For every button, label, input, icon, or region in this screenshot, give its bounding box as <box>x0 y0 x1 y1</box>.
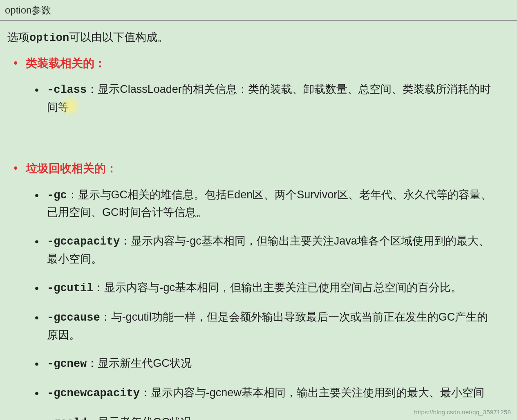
option-name: -class <box>47 84 87 96</box>
intro-line: 选项option可以由以下值构成。 <box>7 29 510 47</box>
document-body: 选项option可以由以下值构成。 类装载相关的： -class：显示Class… <box>0 21 517 420</box>
option-name: -gc <box>47 189 67 202</box>
option-gc: -gc：显示与GC相关的堆信息。包括Eden区、两个Survivor区、老年代、… <box>47 186 497 222</box>
option-class: -class：显示ClassLoader的相关信息：类的装载、卸载数量、总空间、… <box>47 81 497 116</box>
colon: ： <box>87 357 98 369</box>
header-title: option参数 <box>0 0 517 21</box>
option-desc: 显示与GC相关的堆信息。包括Eden区、两个Survivor区、老年代、永久代等… <box>47 189 492 219</box>
option-desc: 显示ClassLoader的相关信息：类的装载、卸载数量、总空间、类装载所消耗的… <box>47 83 491 113</box>
option-desc: 显示老年代GC状况 <box>98 416 192 420</box>
section-title: 类装载相关的： <box>26 57 106 70</box>
option-gcutil: -gcutil：显示内容与-gc基本相同，但输出主要关注已使用空间占总空间的百分… <box>47 279 497 297</box>
option-gccause: -gccause：与-gcutil功能一样，但是会额外输出导致最后一次或当前正在… <box>47 309 497 344</box>
option-gcnew: -gcnew：显示新生代GC状况 <box>47 355 497 373</box>
option-gcnewcapacity: -gcnewcapacity：显示内容与-gcnew基本相同，输出主要关注使用到… <box>47 384 497 402</box>
intro-mono: option <box>29 32 69 44</box>
colon: ： <box>67 189 78 201</box>
watermark: https://blog.csdn.net/qq_35971258 <box>414 407 511 417</box>
option-desc: 显示内容与-gc基本相同，但输出主要关注已使用空间占总空间的百分比。 <box>104 281 462 294</box>
option-name: -geold <box>47 417 87 420</box>
option-desc: 显示内容与-gcnew基本相同，输出主要关注使用到的最大、最小空间 <box>151 386 484 399</box>
option-name: -gcnew <box>47 358 87 370</box>
intro-post: 可以由以下值构成。 <box>69 31 168 43</box>
colon: ： <box>87 416 98 420</box>
intro-pre: 选项 <box>7 31 29 43</box>
option-name: -gcutil <box>47 282 93 294</box>
option-desc: 与-gcutil功能一样，但是会额外输出导致最后一次或当前正在发生的GC产生的原… <box>47 311 488 341</box>
option-name: -gcnewcapacity <box>47 387 140 400</box>
colon: ： <box>87 83 98 95</box>
text-cursor <box>69 99 69 116</box>
section-title: 垃圾回收相关的： <box>26 162 117 175</box>
section-gc: 垃圾回收相关的： -gc：显示与GC相关的堆信息。包括Eden区、两个Survi… <box>26 159 510 420</box>
option-name: -gccapacity <box>47 236 120 248</box>
section-classloader: 类装载相关的： -class：显示ClassLoader的相关信息：类的装载、卸… <box>26 54 510 148</box>
colon: ： <box>140 386 151 399</box>
colon: ： <box>100 311 111 323</box>
colon: ： <box>120 235 131 247</box>
option-name: -gccause <box>47 312 100 324</box>
colon: ： <box>93 281 104 294</box>
option-desc: 显示新生代GC状况 <box>98 357 192 369</box>
option-gccapacity: -gccapacity：显示内容与-gc基本相同，但输出主要关注Java堆各个区… <box>47 233 497 268</box>
